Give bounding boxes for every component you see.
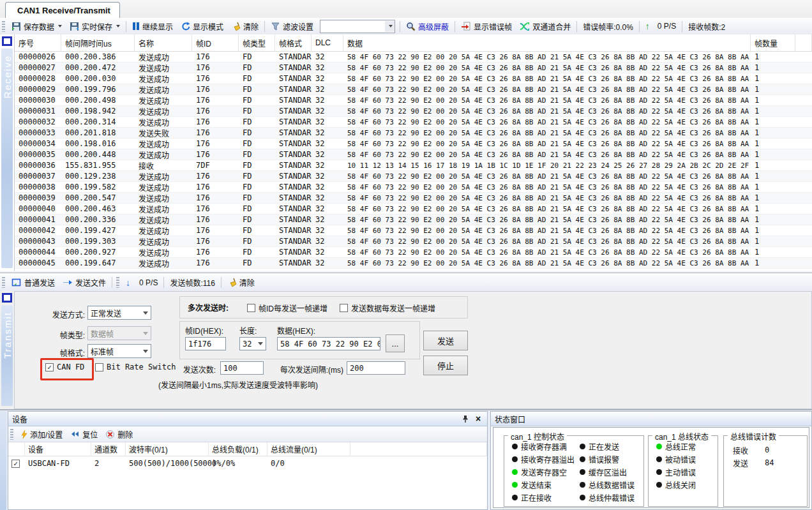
bit-rate-switch-checkbox[interactable]: Bit Rate Switch	[95, 363, 176, 371]
frame-row[interactable]: 00000033 000.201.818 发送失败 176 FD STANDAR…	[15, 128, 812, 139]
frame-row[interactable]: 00000026 000.200.386 发送成功 176 FD STANDAR…	[15, 52, 812, 63]
frame-row[interactable]: 00000039 000.200.547 发送成功 176 FD STANDAR…	[15, 193, 812, 204]
cell-seq: 00000028	[15, 73, 61, 84]
clear-button[interactable]: 清除	[227, 20, 262, 33]
toolbar-grip[interactable]	[2, 21, 5, 32]
length-label: 长度:	[239, 325, 257, 336]
frame-row[interactable]: 00000044 000.200.927 发送成功 176 FD STANDAR…	[15, 247, 812, 258]
frame-row[interactable]: 00000037 000.129.238 发送成功 176 FD STANDAR…	[15, 171, 812, 182]
column-header-data[interactable]: 数据	[343, 34, 751, 51]
separator	[126, 21, 126, 32]
cell-frame-count: 1	[751, 258, 795, 268]
device-panel-title: 设备	[12, 414, 27, 424]
column-header-seq[interactable]: 序号	[15, 34, 61, 51]
frame-format-select[interactable]: 标准帧	[87, 344, 151, 358]
column-header-frame-count[interactable]: 帧数量	[751, 34, 795, 51]
column-header-frame-id[interactable]: 帧ID	[192, 34, 239, 51]
dual-channel-merge-button[interactable]: 双通道合并	[516, 20, 575, 33]
frame-row[interactable]: 00000043 000.199.303 发送成功 176 FD STANDAR…	[15, 236, 812, 247]
can-fd-checkbox[interactable]: ✓ CAN FD	[45, 363, 84, 371]
cell-dlc: 32	[312, 171, 343, 181]
device-add-button[interactable]: 添加/设置	[16, 428, 66, 441]
frame-type-select[interactable]: 数据帧	[87, 326, 151, 340]
length-select[interactable]: 32	[239, 337, 266, 350]
interval-input[interactable]: 200	[347, 361, 405, 375]
data-more-button[interactable]: ...	[386, 334, 405, 352]
cell-baud: 500(500)/1000(5000)	[126, 456, 209, 470]
cell-dlc: 32	[312, 117, 343, 127]
column-header-frame-format[interactable]: 帧格式	[275, 34, 312, 51]
frame-row[interactable]: 00000042 000.199.427 发送成功 176 FD STANDAR…	[15, 225, 812, 236]
combobox-arrow-button[interactable]	[385, 21, 395, 32]
column-header-bus-flow[interactable]: 总线流量(0/1)	[267, 442, 350, 456]
frame-row[interactable]: 00000038 000.199.582 发送成功 176 FD STANDAR…	[15, 182, 812, 193]
column-header-bus-load[interactable]: 总线负载(0/1)	[209, 442, 267, 456]
filter-settings-button[interactable]: 滤波设置	[267, 20, 317, 33]
stop-button[interactable]: 停止	[423, 356, 468, 375]
frame-row[interactable]: 00000032 000.200.314 发送成功 176 FD STANDAR…	[15, 117, 812, 128]
cell-data: 58 4F 60 73 22 90 E2 00 20 5A 4E C3 26 8…	[343, 149, 751, 160]
realtime-save-label: 实时保存	[82, 21, 112, 32]
save-icon	[11, 22, 21, 31]
tx-clear-button[interactable]: 清除	[223, 276, 259, 289]
data-hex-input[interactable]: 58 4F 60 73 22 90 E2 00 2	[277, 337, 380, 350]
transmit-side-tab[interactable]: Transmit	[0, 291, 14, 409]
column-header-name[interactable]: 名称	[135, 34, 192, 51]
cell-dlc: 32	[312, 258, 343, 268]
device-row[interactable]: ✓ USBCAN-FD 2 500(500)/1000(5000) 0%/0% …	[8, 456, 487, 470]
cell-filler	[795, 106, 812, 116]
device-checkbox[interactable]: ✓	[8, 456, 25, 470]
cell-dlc: 32	[312, 84, 343, 94]
receive-side-tab[interactable]: Receive	[0, 34, 14, 271]
cell-seq: 00000045	[15, 258, 61, 268]
frame-row[interactable]: 00000041 000.200.336 发送成功 176 FD STANDAR…	[15, 214, 812, 225]
column-header-interval[interactable]: 帧间隔时间us	[61, 34, 135, 51]
frame-row[interactable]: 00000028 000.200.030 发送成功 176 FD STANDAR…	[15, 73, 812, 84]
normal-send-button[interactable]: 普通发送	[8, 276, 59, 289]
cell-frame-format: STANDARD	[275, 214, 312, 225]
device-delete-button[interactable]: 删除	[102, 428, 137, 441]
toolbar-grip[interactable]	[2, 277, 5, 288]
toolbar-grip[interactable]	[116, 277, 119, 288]
display-mode-button[interactable]: 显示模式	[177, 20, 227, 33]
frame-row[interactable]: 00000040 000.200.463 发送成功 176 FD STANDAR…	[15, 204, 812, 214]
cell-bus-load: 0%/0%	[209, 456, 267, 470]
send-mode-select[interactable]: 正常发送	[87, 306, 151, 320]
frame-row[interactable]: 00000034 000.198.016 发送成功 176 FD STANDAR…	[15, 139, 812, 149]
error-frame-rate: 错误帧率:0.0%	[579, 20, 637, 33]
frame-type-value: 数据帧	[91, 328, 114, 339]
show-error-frames-button[interactable]: 显示错误帧	[457, 20, 516, 33]
save-data-button[interactable]: 保存数据	[8, 20, 66, 33]
pin-icon[interactable]	[460, 414, 470, 424]
tab-can1-receive-transmit[interactable]: CAN1 Receive/Transmit	[5, 2, 120, 19]
advanced-mask-button[interactable]: 高级屏蔽	[402, 20, 453, 33]
send-count-input[interactable]: 100	[220, 361, 264, 375]
device-reset-button[interactable]: 复位	[66, 428, 102, 441]
cell-seq: 00000041	[15, 214, 61, 225]
column-header-baud[interactable]: 波特率(0/1)	[126, 442, 209, 456]
column-header-channels[interactable]: 通道数	[91, 442, 126, 456]
frame-row[interactable]: 00000045 000.199.647 发送成功 176 FD STANDAR…	[15, 258, 812, 269]
cell-data: 58 4F 60 73 22 90 E2 00 20 5A 4E C3 26 8…	[343, 117, 751, 127]
realtime-save-button[interactable]: 实时保存	[66, 20, 124, 33]
frame-row[interactable]: 00000029 000.199.796 发送成功 176 FD STANDAR…	[15, 84, 812, 95]
frame-row[interactable]: 00000027 000.200.472 发送成功 176 FD STANDAR…	[15, 63, 812, 73]
frame-row[interactable]: 00000035 000.200.448 发送成功 176 FD STANDAR…	[15, 149, 812, 160]
continue-display-button[interactable]: 继续显示	[128, 20, 177, 33]
column-header-device[interactable]: 设备	[25, 442, 91, 456]
status-led-label: 总线关闭	[665, 479, 696, 490]
frame-row[interactable]: 00000030 000.200.498 发送成功 176 FD STANDAR…	[15, 95, 812, 106]
send-button[interactable]: 发送	[423, 331, 468, 350]
increment-data-checkbox[interactable]: 发送数据每发送一帧递增	[340, 303, 435, 313]
toolbar-grip[interactable]	[10, 429, 13, 440]
send-file-button[interactable]: 发送文件	[59, 276, 110, 289]
column-header-frame-type[interactable]: 帧类型	[239, 34, 275, 51]
column-header-dlc[interactable]: DLC	[312, 34, 343, 51]
frame-row[interactable]: 00000031 000.198.942 发送成功 176 FD STANDAR…	[15, 106, 812, 117]
filter-preset-combobox[interactable]	[320, 20, 395, 33]
frame-id-input[interactable]: 1f176	[185, 337, 226, 350]
frame-row[interactable]: 00000036 155.831.955 接收 7DF FD STANDARD …	[15, 160, 812, 171]
status-led	[580, 444, 585, 449]
increment-id-checkbox[interactable]: 帧ID每发送一帧递增	[247, 303, 327, 313]
close-icon[interactable]: ×	[473, 414, 483, 424]
